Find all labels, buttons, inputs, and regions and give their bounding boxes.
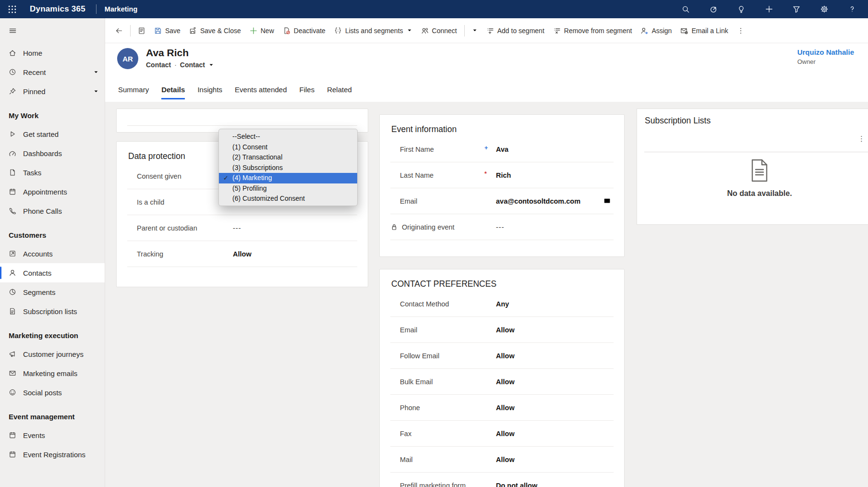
sidebar-item-events[interactable]: Events (0, 426, 105, 445)
more-commands-button[interactable] (733, 24, 749, 38)
sidebar-item-home[interactable]: Home (0, 43, 105, 62)
assign-button[interactable]: Assign (636, 24, 676, 38)
record-header: AR Ava Rich Contact · Contact Urquizo Na… (105, 43, 868, 78)
dropdown-option[interactable]: (3) Subscriptions (219, 163, 357, 173)
dropdown-option[interactable]: --Select-- (219, 132, 357, 142)
command-label: Save (165, 27, 181, 35)
sidebar-item-label: Phone Calls (23, 207, 62, 215)
sidebar-item-event-registrations[interactable]: Event Registrations (0, 445, 105, 464)
deactivate-icon (283, 27, 290, 35)
settings-icon[interactable] (820, 5, 829, 13)
person-icon (9, 269, 16, 277)
chevron-down-icon (472, 27, 478, 35)
save-close-icon (189, 27, 197, 35)
hamburger-icon (9, 27, 17, 35)
sidebar-item-contacts[interactable]: Contacts (0, 263, 105, 282)
dropdown-option[interactable]: (5) Profiling (219, 183, 357, 194)
app-name[interactable]: Marketing (105, 5, 138, 13)
save-button[interactable]: Save (150, 24, 185, 38)
mail-send-icon[interactable] (603, 197, 614, 205)
sidebar-item-accounts[interactable]: Accounts (0, 244, 105, 263)
tab-events-attended[interactable]: Events attended (234, 83, 288, 102)
tab-details[interactable]: Details (160, 83, 186, 102)
new-button[interactable]: New (245, 24, 278, 38)
field-label: Mail (390, 456, 484, 463)
field-value: Allow (496, 352, 515, 360)
command-divider (130, 25, 131, 37)
field-value: ava@contosoltdcom.com (496, 197, 580, 205)
connect-more-button[interactable] (468, 24, 482, 38)
tab-insights[interactable]: Insights (196, 83, 223, 102)
chevron-down-icon[interactable] (93, 69, 99, 75)
app-launcher-icon[interactable] (0, 5, 24, 14)
sidebar-item-subscription-lists[interactable]: Subscription lists (0, 302, 105, 321)
form-content: Data protection Consent givenIs a childN… (105, 102, 868, 487)
sidebar-item-appointments[interactable]: Appointments (0, 182, 105, 201)
field-row: FaxAllow (390, 421, 614, 447)
owner-link[interactable]: Urquizo Nathalie (797, 48, 854, 56)
quick-create-icon[interactable] (765, 5, 773, 13)
sidebar-item-label: Event Registrations (23, 450, 85, 459)
section-title: CONTACT PREFERENCES (380, 269, 624, 291)
chevron-down-icon[interactable] (93, 88, 99, 94)
deactivate-button[interactable]: Deactivate (278, 24, 330, 38)
tab-related[interactable]: Related (326, 83, 353, 102)
command-bar: SaveSave & CloseNewDeactivateLists and s… (105, 18, 868, 43)
top-navigation-bar: Dynamics 365 Marketing (0, 0, 868, 18)
sidebar-item-customer-journeys[interactable]: Customer journeys (0, 344, 105, 364)
dashboard-icon (9, 149, 16, 157)
contact-preferences-fields: Contact MethodAnyEmailAllowFollow EmailA… (380, 291, 624, 487)
email-a-link-button[interactable]: Email a Link (676, 24, 732, 38)
sidebar-item-get-started[interactable]: Get started (0, 124, 105, 144)
advanced-find-icon[interactable] (793, 5, 801, 13)
sidebar-item-marketing-emails[interactable]: Marketing emails (0, 364, 105, 383)
dropdown-option[interactable]: ✓(4) Marketing (219, 173, 357, 183)
field-row: Originating event--- (390, 214, 614, 240)
sidebar-item-label: Home (23, 49, 42, 57)
form-icon (138, 27, 145, 35)
subgrid-more-commands-icon[interactable]: ⋮ (858, 137, 865, 140)
form-selector-button[interactable] (133, 24, 150, 38)
record-title: Ava Rich (146, 43, 214, 59)
command-divider (464, 25, 465, 37)
dropdown-option[interactable]: (2) Transactional (219, 152, 357, 163)
save-and-close-button[interactable]: Save & Close (185, 24, 245, 38)
tab-summary[interactable]: Summary (117, 83, 150, 102)
help-icon[interactable] (848, 5, 856, 13)
field-label: Contact Method (390, 300, 484, 308)
form-selector-label[interactable]: Contact (180, 61, 205, 69)
calendar-icon (9, 188, 16, 195)
plus-icon (250, 27, 257, 35)
field-value: Allow (496, 326, 515, 334)
field-label: Bulk Email (390, 378, 484, 386)
form-selector-chevron-icon[interactable] (208, 62, 214, 68)
sidebar-item-segments[interactable]: Segments (0, 282, 105, 302)
ideas-icon[interactable] (737, 5, 746, 13)
sidebar-item-recent[interactable]: Recent (0, 62, 105, 82)
collapse-sitemap-button[interactable] (0, 18, 105, 43)
quick-actions-icon[interactable] (710, 5, 718, 13)
add-to-segment-button[interactable]: Add to segment (482, 24, 549, 38)
section-divider (127, 125, 357, 126)
subscription-lists-card: Subscription Lists ⋮ No data available. (637, 109, 868, 225)
remove-from-segment-button[interactable]: Remove from segment (549, 24, 637, 38)
connect-button[interactable]: Connect (417, 24, 461, 38)
sidebar-item-pinned[interactable]: Pinned (0, 82, 105, 101)
lists-and-segments-button[interactable]: Lists and segments (330, 24, 417, 38)
sidebar-item-social-posts[interactable]: Social posts (0, 383, 105, 402)
tab-files[interactable]: Files (299, 83, 316, 102)
sidebar-item-phone-calls[interactable]: Phone Calls (0, 201, 105, 220)
segment-icon (334, 27, 342, 35)
sidebar-item-dashboards[interactable]: Dashboards (0, 144, 105, 163)
field-value: Allow (496, 430, 515, 438)
back-button[interactable] (111, 24, 127, 38)
list-plus-icon (486, 27, 494, 35)
dropdown-option[interactable]: (6) Customized Consent (219, 194, 357, 204)
person-arrow-icon (640, 27, 648, 35)
sidebar-item-tasks[interactable]: Tasks (0, 163, 105, 182)
command-label: Save & Close (200, 27, 241, 35)
dropdown-option[interactable]: (1) Consent (219, 142, 357, 153)
search-icon[interactable] (682, 5, 690, 13)
owner-field-label: Owner (797, 58, 854, 65)
sidebar-item-label: Tasks (23, 169, 41, 177)
